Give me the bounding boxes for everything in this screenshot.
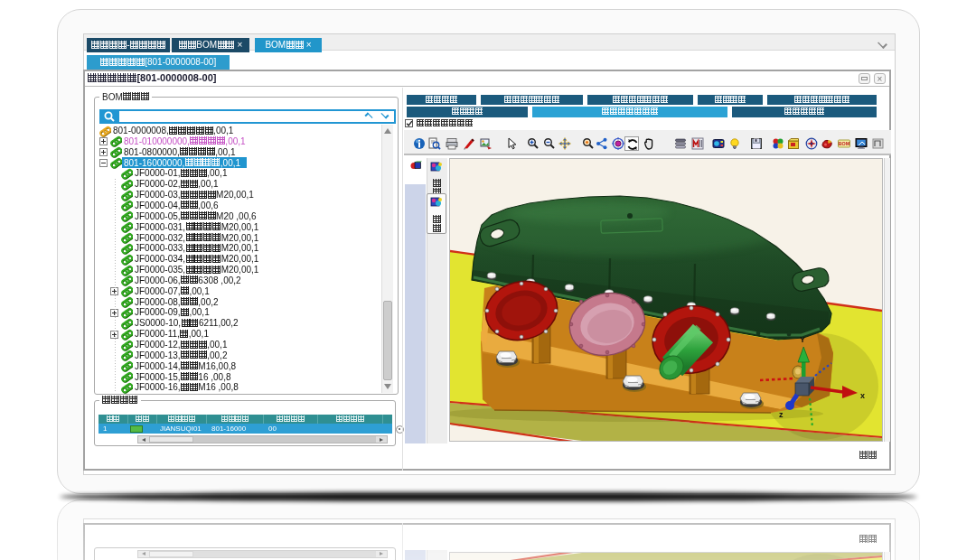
svg-text:x: x (860, 391, 865, 400)
svg-text:z: z (779, 410, 784, 419)
svg-text:BOM: BOM (839, 141, 850, 146)
svg-text:Y: Y (800, 335, 805, 344)
